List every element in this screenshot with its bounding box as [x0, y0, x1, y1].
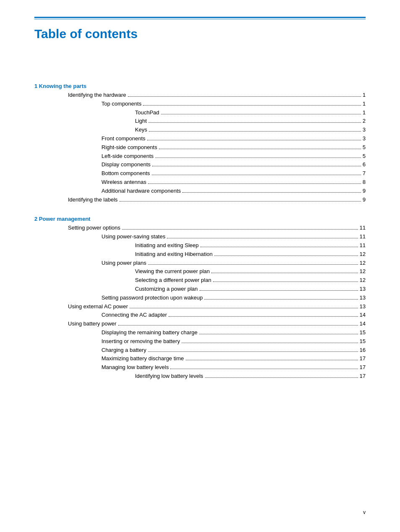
entry-page: 8 — [363, 178, 366, 187]
toc-entry: Selecting a different power plan12 — [34, 276, 366, 285]
entry-page: 16 — [360, 346, 366, 355]
entry-text: Using power plans — [101, 259, 146, 268]
top-rule-thick — [34, 17, 366, 18]
toc-entry: Customizing a power plan13 — [34, 285, 366, 294]
section-heading: 2 Power management — [34, 216, 366, 222]
entry-dots — [169, 316, 358, 317]
entry-page: 17 — [360, 354, 366, 363]
toc-entry: Initiating and exiting Sleep11 — [34, 241, 366, 250]
page-title: Table of contents — [34, 27, 366, 41]
entry-text: Left-side components — [101, 152, 153, 161]
entry-dots — [148, 264, 358, 265]
entry-text: Right-side components — [101, 143, 157, 152]
toc-entry: Using external AC power13 — [34, 302, 366, 311]
entry-dots — [119, 201, 361, 201]
section-heading: 1 Knowing the parts — [34, 83, 366, 89]
entry-dots — [159, 149, 361, 149]
entry-text: Viewing the current power plan — [135, 267, 210, 276]
entry-dots — [167, 238, 358, 238]
entry-dots — [205, 377, 358, 378]
entry-text: Wireless antennas — [101, 178, 146, 187]
toc-entry: TouchPad1 — [34, 108, 366, 117]
entry-text: Maximizing battery discharge time — [101, 354, 184, 363]
entry-text: Setting password protection upon wakeup — [101, 294, 203, 302]
entry-dots — [152, 175, 361, 175]
entry-page: 15 — [360, 337, 366, 346]
entry-dots — [143, 105, 361, 106]
entry-page: 3 — [363, 134, 366, 143]
entry-page: 13 — [360, 302, 366, 311]
entry-text: Using battery power — [68, 320, 117, 328]
toc-entry: Front components3 — [34, 134, 366, 143]
entry-dots — [213, 281, 358, 282]
entry-page: 12 — [360, 250, 366, 259]
entry-page: 14 — [360, 311, 366, 320]
entry-text: Front components — [101, 134, 145, 143]
entry-page: 13 — [360, 294, 366, 302]
entry-text: Display components — [101, 160, 151, 169]
entry-page: 6 — [363, 160, 366, 169]
entry-page: 1 — [363, 108, 366, 117]
entry-dots — [130, 308, 358, 308]
entry-page: 12 — [360, 267, 366, 276]
entry-dots — [211, 273, 358, 273]
entry-page: 1 — [363, 100, 366, 108]
toc-entry: Wireless antennas8 — [34, 178, 366, 187]
entry-text: Top components — [101, 100, 141, 108]
toc-entry: Charging a battery16 — [34, 346, 366, 355]
toc-entry: Identifying low battery levels17 — [34, 372, 366, 381]
toc-entry: Setting power options11 — [34, 224, 366, 232]
toc-entry: Using battery power14 — [34, 320, 366, 328]
toc-entry: Using power-saving states11 — [34, 232, 366, 241]
toc-entry: Connecting the AC adapter14 — [34, 311, 366, 320]
entry-text: Initiating and exiting Sleep — [135, 241, 199, 250]
entry-text: Keys — [135, 126, 147, 134]
entry-dots — [118, 325, 358, 325]
entry-dots — [128, 96, 361, 97]
entry-page: 11 — [360, 241, 366, 250]
toc-entry: Light2 — [34, 117, 366, 126]
entry-dots — [182, 192, 361, 193]
entry-text: Selecting a different power plan — [135, 276, 211, 285]
toc-entry: Initiating and exiting Hibernation12 — [34, 250, 366, 259]
entry-dots — [200, 247, 358, 247]
toc-entry: Maximizing battery discharge time17 — [34, 354, 366, 363]
entry-page: 17 — [360, 372, 366, 381]
entry-text: Customizing a power plan — [135, 285, 198, 294]
entry-text: Displaying the remaining battery charge — [101, 328, 197, 337]
entry-text: Bottom components — [101, 169, 150, 178]
toc-entry: Additional hardware components9 — [34, 187, 366, 196]
toc-entry: Bottom components7 — [34, 169, 366, 178]
toc-entry: Top components1 — [34, 100, 366, 108]
toc-entry: Displaying the remaining battery charge1… — [34, 328, 366, 337]
entry-text: Using power-saving states — [101, 232, 165, 241]
entry-page: 13 — [360, 285, 366, 294]
entry-dots — [214, 256, 358, 256]
entry-dots — [161, 114, 361, 114]
entry-dots — [148, 122, 361, 123]
entry-page: 5 — [363, 143, 366, 152]
entry-dots — [200, 290, 358, 291]
entry-dots — [147, 140, 361, 140]
entry-dots — [148, 183, 361, 184]
toc-entry: Inserting or removing the battery15 — [34, 337, 366, 346]
entry-page: 9 — [363, 187, 366, 196]
toc-entry: Setting password protection upon wakeup1… — [34, 294, 366, 302]
entry-text: Identifying the labels — [68, 196, 118, 204]
toc-section-section2: 2 Power managementSetting power options1… — [34, 216, 366, 380]
toc-entry: Right-side components5 — [34, 143, 366, 152]
entry-dots — [152, 166, 361, 166]
entry-page: 2 — [363, 117, 366, 126]
toc-entry: Using power plans12 — [34, 259, 366, 268]
entry-page: 17 — [360, 363, 366, 372]
entry-page: 11 — [360, 224, 366, 232]
entry-dots — [186, 360, 358, 360]
entry-page: 12 — [360, 276, 366, 285]
entry-page: 1 — [363, 91, 366, 100]
toc-container: 1 Knowing the partsIdentifying the hardw… — [34, 83, 366, 381]
entry-dots — [122, 229, 358, 230]
page-footer: v — [363, 509, 366, 515]
entry-text: Inserting or removing the battery — [101, 337, 180, 346]
entry-dots — [199, 334, 358, 334]
entry-dots — [182, 343, 358, 343]
